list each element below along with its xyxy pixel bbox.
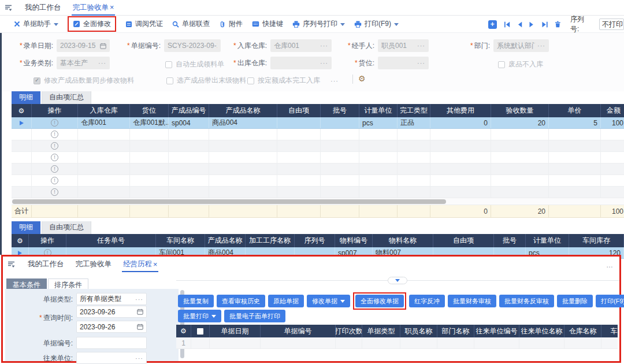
lookup-ellipsis-icon[interactable]: ··· <box>135 296 143 303</box>
column-header[interactable]: 金额 <box>601 104 624 117</box>
shortcut-button[interactable]: 快捷键 <box>252 19 283 29</box>
column-header[interactable]: 自由项 <box>277 104 321 117</box>
sync-modify-checkbox[interactable] <box>34 77 40 84</box>
row-warning-icon[interactable]: ! <box>51 119 58 127</box>
column-header[interactable]: 批号 <box>321 104 359 117</box>
column-header[interactable]: 往来单位编号 <box>474 325 519 337</box>
column-header[interactable]: 车间名称 <box>601 325 618 337</box>
close-icon[interactable]: × <box>153 261 157 269</box>
column-header[interactable]: 操作 <box>32 104 78 117</box>
history-row-empty[interactable]: 1 <box>176 337 618 349</box>
batch-finance-unaudit-button[interactable]: 批量财务反审核 <box>499 295 554 307</box>
view-voucher-button[interactable]: 调阅凭证 <box>125 19 163 29</box>
doc-assistant-button[interactable]: 单据助手 <box>14 19 58 29</box>
detail-row-selected[interactable]: ! 仓库001 仓库001默... sp004 商品004 pcs 正品 0 2… <box>12 117 624 129</box>
print-button[interactable]: 打印(F9) <box>354 19 399 29</box>
column-header[interactable]: 物料编号 <box>335 234 373 247</box>
column-header[interactable]: 单据日期 <box>210 325 261 337</box>
column-header[interactable]: 产成品名称 <box>205 234 246 247</box>
department-input[interactable]: 系统默认部门··· <box>493 39 549 52</box>
column-header[interactable]: 部门名称 <box>437 325 474 337</box>
query-date-to-input[interactable]: 2023-09-26 <box>76 321 147 333</box>
tab-completion-receipt[interactable]: 完工验收单× <box>67 0 120 16</box>
tab-detail[interactable]: 明细 <box>12 221 40 234</box>
serial-print-button[interactable]: 序列号打印 <box>292 19 345 29</box>
lookup-ellipsis-icon[interactable]: ··· <box>417 42 425 49</box>
more-tabs-icon[interactable]: … <box>606 261 614 269</box>
attachment-button[interactable]: 附件 <box>219 19 243 29</box>
column-header[interactable]: 产成品名称 <box>209 104 277 117</box>
quota-cost-checkbox[interactable] <box>247 77 254 84</box>
lookup-ellipsis-icon[interactable]: ··· <box>98 60 106 66</box>
doc-type-input[interactable]: 所有单据类型··· <box>76 293 147 305</box>
detail-row-empty[interactable]: ! <box>12 129 624 140</box>
full-edit-button[interactable]: 全面修改 <box>73 19 111 29</box>
column-header[interactable]: 单据类型 <box>362 325 400 337</box>
column-header[interactable]: 入库仓库 <box>78 104 130 117</box>
column-header[interactable]: 完工类型 <box>398 104 430 117</box>
column-header[interactable]: 自由项 <box>433 234 494 247</box>
close-icon[interactable]: × <box>110 3 114 12</box>
prev-record-button[interactable] <box>517 21 522 28</box>
column-header[interactable]: 仓库名称 <box>564 325 601 337</box>
column-header[interactable]: 单价 <box>549 104 601 117</box>
column-header[interactable]: 产成品编号 <box>169 104 209 117</box>
add-copy-button[interactable]: + <box>488 20 497 29</box>
collapse-button[interactable] <box>388 277 407 284</box>
lookup-ellipsis-icon[interactable]: ··· <box>417 60 425 66</box>
column-header[interactable]: 单据编号 <box>261 325 336 337</box>
auto-generate-checkbox[interactable] <box>165 61 172 68</box>
grid-settings-button[interactable]: ⚙ <box>12 234 29 247</box>
partner-input[interactable]: ··· <box>76 352 147 364</box>
bring-out-checkbox[interactable] <box>166 77 173 84</box>
tab-free-item-summary[interactable]: 自由项汇总 <box>42 221 91 234</box>
red-reverse-button[interactable]: 红字反冲 <box>409 295 445 307</box>
column-header[interactable]: 计量单位 <box>359 104 398 117</box>
handler-input[interactable]: 职员001··· <box>378 39 429 52</box>
column-header[interactable]: 加工工序名称 <box>246 234 295 247</box>
grid-settings-button[interactable]: ⚙ <box>12 104 32 117</box>
doc-no-filter-input[interactable] <box>76 337 147 349</box>
horizontal-scrollbar[interactable] <box>12 198 624 205</box>
column-header[interactable]: 往来单位名称 <box>519 325 564 337</box>
full-edit-doc-button[interactable]: 全面修改单据 <box>355 295 404 307</box>
column-header[interactable]: 任务单号 <box>66 234 156 247</box>
row-expand-icon[interactable] <box>20 121 24 125</box>
doc-trace-button[interactable]: 单据联查 <box>172 19 210 29</box>
column-header[interactable]: 批号 <box>494 234 526 247</box>
column-header[interactable]: 验收数量 <box>491 104 549 117</box>
modify-doc-button[interactable]: 修改单据 <box>307 295 350 307</box>
more-ellipsis-icon[interactable]: ··· <box>330 77 339 84</box>
tab-business-history[interactable]: 经营历程× <box>117 257 163 272</box>
scrap-not-in-checkbox[interactable] <box>498 61 505 68</box>
column-header[interactable]: 计量单位 <box>526 234 569 247</box>
tab-free-item-summary[interactable]: 自由项汇总 <box>42 91 91 104</box>
tab-detail[interactable]: 明细 <box>12 91 40 104</box>
detail-row-empty[interactable]: ! <box>12 152 624 164</box>
column-header[interactable]: 职员名称 <box>400 325 437 337</box>
original-doc-button[interactable]: 原始单据 <box>268 295 304 307</box>
out-warehouse-input[interactable]: ··· <box>270 57 332 69</box>
detail-row-empty[interactable]: ! <box>12 164 624 175</box>
biz-type-input[interactable]: 基本生产··· <box>57 57 110 69</box>
select-all-cell[interactable] <box>191 325 210 337</box>
batch-finance-audit-button[interactable]: 批量财务审核 <box>448 295 496 307</box>
column-header[interactable]: 序列号 <box>295 234 335 247</box>
column-header[interactable]: 其他费用 <box>430 104 491 117</box>
column-header[interactable]: 货位 <box>130 104 169 117</box>
detail-row-empty[interactable]: ! <box>12 140 624 152</box>
batch-eorder-print-button[interactable]: 批量电子面单打印 <box>224 310 285 322</box>
location-input[interactable]: ··· <box>378 57 429 69</box>
tab-my-workbench[interactable]: 我的工作台 <box>19 0 67 16</box>
select-all-checkbox[interactable] <box>197 328 203 335</box>
lookup-ellipsis-icon[interactable]: ··· <box>537 42 545 49</box>
view-audit-history-button[interactable]: 查看审核历史 <box>217 295 265 307</box>
filter-icon[interactable] <box>5 5 12 11</box>
detail-row-empty[interactable]: ! <box>12 175 624 187</box>
lookup-ellipsis-icon[interactable]: ··· <box>135 355 143 362</box>
column-header[interactable]: 车间名称 <box>156 234 205 247</box>
record-date-input[interactable]: 2023-09-15 <box>57 39 110 52</box>
grid-settings-button[interactable]: ⚙ <box>176 325 191 337</box>
tab-completion-receipt[interactable]: 完工验收单 <box>70 257 118 272</box>
first-record-button[interactable] <box>504 21 511 28</box>
